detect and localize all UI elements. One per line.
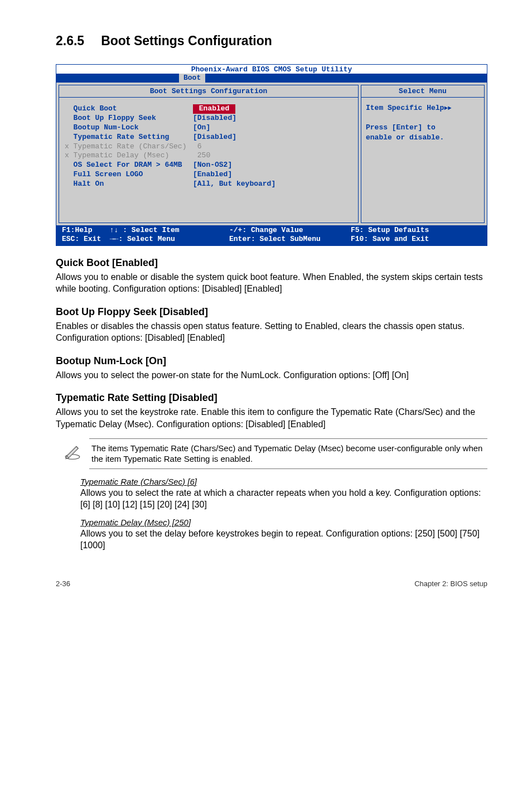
heading-numlock: Bootup Num-Lock [On]	[56, 355, 487, 367]
bios-setting-row: OS Select For DRAM > 64MB[Non-OS2]	[65, 161, 352, 170]
indent-typematic-delay: Typematic Delay (Msec) [250] Allows you …	[80, 518, 487, 552]
page-footer: 2-36 Chapter 2: BIOS setup	[56, 579, 487, 588]
bios-tab-bar: Boot	[56, 74, 487, 83]
bios-setting-row: Bootup Num-Lock[On]	[65, 123, 352, 133]
pencil-icon	[56, 438, 89, 463]
bios-footer-change: -/+: Change Value	[229, 226, 303, 234]
bios-footer-save: F10: Save and Exit	[351, 235, 429, 243]
bios-setting-label: Boot Up Floppy Seek	[65, 114, 193, 123]
heading-typematic-delay: Typematic Delay (Msec) [250]	[80, 518, 487, 527]
text-typematic-rate-chars: Allows you to select the rate at which a…	[80, 487, 487, 511]
bios-help-line1: Item Specific Help	[366, 104, 444, 112]
bios-setting-row: Full Screen LOGO[Enabled]	[65, 170, 352, 180]
bios-setting-value: 250	[193, 151, 352, 161]
arrow-right-icon: ►►	[444, 105, 451, 112]
text-typematic-rate-setting: Allows you to set the keystroke rate. En…	[56, 406, 487, 430]
bios-setting-label: x Typematic Rate (Chars/Sec)	[65, 142, 193, 152]
bios-setting-value: [Disabled]	[193, 114, 352, 123]
bios-footer-help: F1:Help ↑↓ : Select Item	[62, 226, 180, 234]
bios-setting-value: [Enabled]	[193, 170, 352, 180]
bios-setting-label: Quick Boot	[65, 104, 193, 114]
bios-footer-enter: Enter: Select SubMenu	[229, 235, 321, 243]
bios-setting-label: OS Select For DRAM > 64MB	[65, 161, 193, 170]
chapter-label: Chapter 2: BIOS setup	[414, 579, 487, 588]
text-typematic-delay: Allows you to set the delay before keyst…	[80, 528, 487, 552]
bios-setting-row: Quick Boot Enabled	[65, 104, 352, 114]
bios-right-panel: Select Menu Item Specific Help►► Press […	[361, 85, 485, 223]
bios-setting-value: [All, But keyboard]	[193, 180, 352, 189]
bios-setting-label: Full Screen LOGO	[65, 170, 193, 180]
bios-setting-label: Halt On	[65, 180, 193, 189]
bios-setting-row: Typematic Rate Setting[Disabled]	[65, 133, 352, 142]
bios-setting-row: Halt On[All, But keyboard]	[65, 180, 352, 189]
bios-setting-label: Bootup Num-Lock	[65, 123, 193, 133]
bios-settings-list: Quick Boot Enabled Boot Up Floppy Seek[D…	[59, 98, 358, 223]
section-number: 2.6.5	[56, 33, 84, 48]
bios-help-line3: enable or disable.	[366, 133, 444, 142]
heading-quick-boot: Quick Boot [Enabled]	[56, 257, 487, 269]
page-number: 2-36	[56, 579, 70, 588]
bios-footer-exit: ESC: Exit →←: Select Menu	[62, 235, 175, 243]
bios-setting-value: [Non-OS2]	[193, 161, 352, 170]
bios-setting-row: Boot Up Floppy Seek[Disabled]	[65, 114, 352, 123]
bios-footer-bar: F1:Help ↑↓ : Select ItemESC: Exit →←: Se…	[56, 225, 487, 245]
bios-setting-row: x Typematic Delay (Msec) 250	[65, 151, 352, 161]
bios-help-pane: Item Specific Help►► Press [Enter] to en…	[361, 98, 484, 142]
heading-typematic-rate-setting: Typematic Rate Setting [Disabled]	[56, 392, 487, 404]
note-block: The items Typematic Rate (Chars/Sec) and…	[56, 438, 487, 469]
heading-typematic-rate-chars: Typematic Rate (Chars/Sec) [6]	[80, 477, 487, 486]
bios-left-panel: Boot Settings Configuration Quick Boot E…	[59, 85, 359, 223]
heading-floppy-seek: Boot Up Floppy Seek [Disabled]	[56, 306, 487, 318]
bios-setting-value: [On]	[193, 123, 352, 133]
bios-setting-row: x Typematic Rate (Chars/Sec) 6	[65, 142, 352, 152]
text-floppy-seek: Enables or disables the chassis open sta…	[56, 320, 487, 344]
section-title: Boot Settings Configuration	[101, 33, 272, 48]
bios-title-bar: Phoenix-Award BIOS CMOS Setup Utility	[56, 65, 487, 74]
bios-setting-label: Typematic Rate Setting	[65, 133, 193, 142]
bios-setting-value: Enabled	[193, 104, 352, 114]
bios-left-header: Boot Settings Configuration	[59, 85, 358, 98]
indent-typematic-rate: Typematic Rate (Chars/Sec) [6] Allows yo…	[80, 477, 487, 511]
bios-screenshot: Phoenix-Award BIOS CMOS Setup Utility Bo…	[56, 64, 487, 246]
bios-active-tab: Boot	[179, 74, 205, 83]
note-text: The items Typematic Rate (Chars/Sec) and…	[89, 438, 487, 469]
text-numlock: Allows you to select the power-on state …	[56, 369, 487, 381]
page-section-heading: 2.6.5Boot Settings Configuration	[56, 33, 487, 49]
bios-footer-defaults: F5: Setup Defaults	[351, 226, 429, 234]
bios-right-header: Select Menu	[361, 85, 484, 98]
bios-setting-value: 6	[193, 142, 352, 152]
bios-setting-label: x Typematic Delay (Msec)	[65, 151, 193, 161]
bios-help-line2: Press [Enter] to	[366, 123, 436, 132]
text-quick-boot: Allows you to enable or disable the syst…	[56, 271, 487, 295]
bios-setting-value: [Disabled]	[193, 133, 352, 142]
